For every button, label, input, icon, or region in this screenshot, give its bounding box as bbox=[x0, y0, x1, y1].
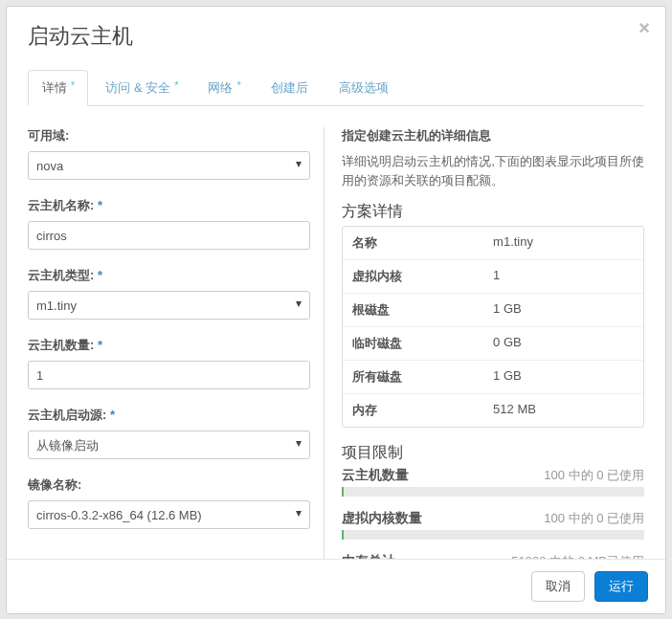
limit-value: 100 中的 0 已使用 bbox=[544, 510, 644, 527]
progress-bar bbox=[342, 530, 644, 540]
table-row: 根磁盘1 GB bbox=[343, 294, 643, 327]
tab-label: 访问 & 安全 bbox=[105, 79, 170, 97]
required-star-icon: * bbox=[110, 408, 115, 422]
info-body: 详细说明启动云主机的情况,下面的图表显示此项目所使用的资源和关联的项目配额。 bbox=[342, 152, 644, 190]
form-column: 可用域: nova 云主机名称: * 云主机类型: * bbox=[28, 127, 324, 596]
table-row: 名称m1.tiny bbox=[343, 227, 643, 260]
required-star-icon: * bbox=[71, 79, 75, 91]
info-heading: 指定创建云主机的详细信息 bbox=[342, 127, 644, 144]
limit-label: 云主机数量 bbox=[342, 467, 409, 484]
tab-access-security[interactable]: 访问 & 安全* bbox=[92, 70, 190, 105]
flavor-details-title: 方案详情 bbox=[342, 202, 644, 222]
launch-button[interactable]: 运行 bbox=[594, 571, 648, 602]
required-star-icon: * bbox=[98, 198, 102, 212]
available-zone-select[interactable]: nova bbox=[28, 151, 310, 180]
instance-count-input[interactable] bbox=[28, 361, 310, 389]
table-row: 所有磁盘1 GB bbox=[343, 361, 643, 394]
available-zone-label: 可用域: bbox=[28, 127, 310, 144]
tab-details[interactable]: 详情* bbox=[28, 70, 88, 106]
info-column: 指定创建云主机的详细信息 详细说明启动云主机的情况,下面的图表显示此项目所使用的… bbox=[324, 127, 644, 596]
tab-label: 网络 bbox=[208, 79, 233, 97]
modal-footer: 取消 运行 bbox=[7, 559, 665, 613]
table-row: 虚拟内核1 bbox=[343, 260, 643, 294]
limit-instances: 云主机数量 100 中的 0 已使用 bbox=[342, 467, 644, 497]
limit-vcpus: 虚拟内核数量 100 中的 0 已使用 bbox=[342, 510, 644, 540]
close-icon[interactable]: × bbox=[638, 18, 650, 37]
required-star-icon: * bbox=[174, 79, 178, 91]
image-name-label: 镜像名称: bbox=[28, 476, 310, 494]
table-row: 内存512 MB bbox=[343, 394, 643, 427]
instance-name-label: 云主机名称: * bbox=[28, 197, 310, 214]
instance-name-input[interactable] bbox=[28, 221, 310, 250]
tab-label: 详情 bbox=[42, 79, 67, 97]
image-name-select[interactable]: cirros-0.3.2-x86_64 (12.6 MB) bbox=[28, 500, 310, 529]
progress-bar bbox=[342, 487, 644, 497]
launch-instance-modal: × 启动云主机 详情* 访问 & 安全* 网络* 创建后 高级选项 可用域: n… bbox=[6, 6, 666, 614]
flavor-select[interactable]: m1.tiny bbox=[28, 291, 310, 320]
limit-value: 100 中的 0 已使用 bbox=[544, 467, 644, 484]
tab-label: 创建后 bbox=[271, 79, 308, 97]
boot-source-select[interactable]: 从镜像启动 bbox=[28, 431, 310, 459]
cancel-button[interactable]: 取消 bbox=[531, 571, 585, 602]
project-limits-title: 项目限制 bbox=[342, 443, 644, 463]
tab-bar: 详情* 访问 & 安全* 网络* 创建后 高级选项 bbox=[28, 70, 644, 106]
tab-post-creation[interactable]: 创建后 bbox=[258, 70, 322, 105]
limit-label: 虚拟内核数量 bbox=[342, 510, 422, 527]
required-star-icon: * bbox=[236, 79, 240, 91]
tab-label: 高级选项 bbox=[339, 79, 389, 97]
table-row: 临时磁盘0 GB bbox=[343, 327, 643, 361]
modal-title: 启动云主机 bbox=[28, 22, 644, 51]
instance-count-label: 云主机数量: * bbox=[28, 337, 310, 354]
tab-advanced[interactable]: 高级选项 bbox=[325, 70, 402, 105]
flavor-details-table: 名称m1.tiny 虚拟内核1 根磁盘1 GB 临时磁盘0 GB 所有磁盘1 G… bbox=[342, 226, 644, 428]
required-star-icon: * bbox=[98, 268, 102, 282]
tab-network[interactable]: 网络* bbox=[194, 70, 253, 105]
required-star-icon: * bbox=[98, 338, 102, 352]
flavor-label: 云主机类型: * bbox=[28, 267, 310, 284]
boot-source-label: 云主机启动源: * bbox=[28, 407, 310, 424]
